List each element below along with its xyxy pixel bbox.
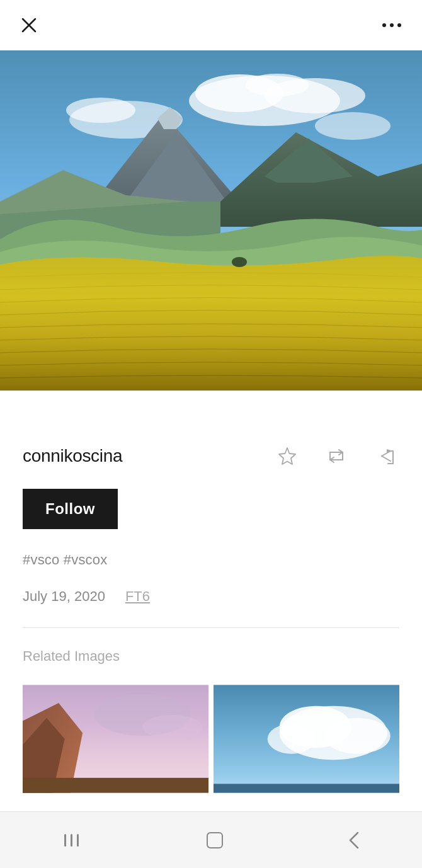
svg-point-11 — [66, 98, 135, 123]
svg-marker-22 — [387, 449, 393, 453]
content-area: connikoscina — [0, 416, 422, 808]
svg-rect-26 — [23, 778, 208, 793]
favorite-button[interactable] — [272, 441, 302, 471]
back-nav-button[interactable] — [338, 820, 370, 860]
svg-point-12 — [246, 74, 309, 96]
svg-rect-38 — [207, 833, 222, 848]
svg-rect-34 — [214, 784, 399, 792]
svg-point-28 — [142, 715, 202, 739]
action-icons — [272, 441, 399, 471]
related-image-1[interactable] — [23, 682, 208, 796]
more-options-button[interactable] — [377, 18, 407, 33]
filter-tag[interactable]: FT6 — [125, 588, 150, 605]
gap-spacer — [0, 391, 422, 416]
menu-icon — [62, 831, 82, 849]
svg-point-33 — [268, 724, 316, 754]
svg-marker-21 — [279, 448, 295, 464]
repost-button[interactable] — [320, 441, 353, 471]
close-button[interactable] — [15, 11, 43, 39]
username: connikoscina — [23, 446, 122, 466]
svg-rect-36 — [71, 834, 72, 847]
close-icon — [20, 16, 38, 34]
meta-row: July 19, 2020 FT6 — [23, 588, 399, 605]
related-img-2-svg — [214, 682, 399, 796]
divider — [23, 627, 399, 628]
home-nav-button[interactable] — [195, 820, 235, 860]
related-image-2[interactable] — [214, 682, 399, 796]
svg-rect-35 — [64, 834, 66, 847]
main-image — [0, 50, 422, 391]
svg-point-10 — [315, 112, 391, 140]
landscape-svg — [0, 50, 422, 391]
svg-point-20 — [232, 257, 247, 267]
bottom-nav — [0, 811, 422, 868]
follow-button[interactable]: Follow — [23, 489, 118, 529]
top-bar — [0, 0, 422, 50]
svg-point-32 — [324, 718, 391, 754]
menu-nav-button[interactable] — [52, 821, 92, 859]
back-icon — [348, 830, 360, 850]
svg-rect-37 — [77, 834, 79, 847]
share-icon — [375, 446, 394, 466]
svg-point-3 — [390, 23, 394, 27]
repost-icon — [325, 446, 348, 466]
related-label: Related Images — [23, 648, 399, 665]
hashtags[interactable]: #vsco #vscox — [23, 552, 399, 568]
star-icon — [277, 446, 297, 466]
username-row: connikoscina — [23, 441, 399, 471]
svg-point-2 — [382, 23, 386, 27]
post-date: July 19, 2020 — [23, 588, 105, 605]
related-images-grid — [23, 682, 399, 796]
related-img-1-svg — [23, 682, 208, 796]
more-icon — [382, 23, 402, 28]
share-button[interactable] — [370, 441, 399, 471]
home-icon — [205, 830, 225, 850]
svg-point-4 — [397, 23, 401, 27]
